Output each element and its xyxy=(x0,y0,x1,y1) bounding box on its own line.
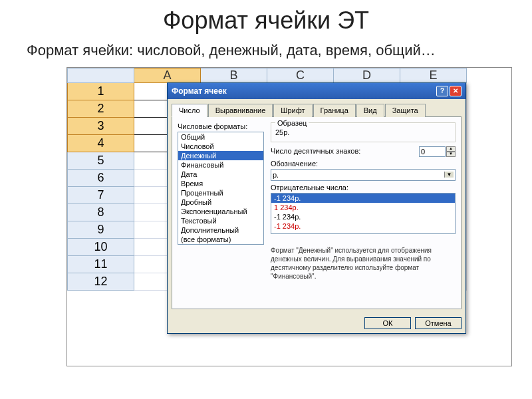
tab-font[interactable]: Шрифт xyxy=(273,104,312,117)
row-header[interactable]: 6 xyxy=(68,169,134,186)
list-item[interactable]: 1 234р. xyxy=(271,203,455,212)
row-header[interactable]: 4 xyxy=(68,134,134,152)
row-header[interactable]: 11 xyxy=(68,255,134,273)
ok-button[interactable]: ОК xyxy=(364,317,411,329)
list-item[interactable]: Экспоненциальный xyxy=(178,207,263,216)
list-item[interactable]: Общий xyxy=(178,132,263,142)
list-item[interactable]: Дата xyxy=(178,170,263,179)
list-item[interactable]: -1 234р. xyxy=(271,194,455,203)
list-item[interactable]: -1 234р. xyxy=(271,212,455,221)
col-header-d[interactable]: D xyxy=(334,68,400,82)
row-header[interactable]: 1 xyxy=(68,82,134,100)
col-header-c[interactable]: C xyxy=(267,68,334,82)
decimals-spinner[interactable]: ▲ ▼ xyxy=(419,146,456,157)
symbol-dropdown[interactable]: р. ▼ xyxy=(271,169,456,181)
cancel-button[interactable]: Отмена xyxy=(415,317,462,329)
row-header[interactable]: 2 xyxy=(68,100,134,117)
slide-subtitle: Формат ячейки: числовой, денежный, дата,… xyxy=(20,41,512,61)
list-item[interactable]: Дробный xyxy=(178,198,263,207)
list-item[interactable]: Время xyxy=(178,179,263,188)
row-header[interactable]: 8 xyxy=(68,203,134,221)
list-item[interactable]: Денежный xyxy=(178,151,263,160)
dialog-title: Формат ячеек xyxy=(172,86,435,96)
close-icon[interactable]: ✕ xyxy=(450,86,462,96)
tab-fill[interactable]: Вид xyxy=(356,104,384,117)
list-item[interactable]: -1 234р. xyxy=(271,221,455,231)
symbol-value: р. xyxy=(273,171,444,179)
format-cells-dialog: Формат ячеек ? ✕ Число Выравнивание Шриф… xyxy=(167,82,466,334)
slide-title: Формат ячейки ЭТ xyxy=(20,7,512,35)
decimals-label: Число десятичных знаков: xyxy=(271,147,419,155)
sample-label: Образец xyxy=(275,119,309,127)
format-description: Формат "Денежный" используется для отобр… xyxy=(271,246,456,281)
negative-listbox[interactable]: -1 234р. 1 234р. -1 234р. -1 234р. xyxy=(271,193,456,234)
tab-protection[interactable]: Защита xyxy=(385,104,426,117)
list-item[interactable]: Финансовый xyxy=(178,160,263,170)
decimals-input[interactable] xyxy=(419,146,446,157)
chevron-down-icon[interactable]: ▼ xyxy=(444,172,454,178)
row-header[interactable]: 12 xyxy=(68,273,134,290)
spin-down-icon[interactable]: ▼ xyxy=(446,152,456,157)
column-headers: A B C D E xyxy=(68,68,467,82)
number-formats-listbox[interactable]: Общий Числовой Денежный Финансовый Дата … xyxy=(178,132,264,245)
row-header[interactable]: 3 xyxy=(68,117,134,134)
col-header-a[interactable]: A xyxy=(134,68,201,82)
tab-alignment[interactable]: Выравнивание xyxy=(208,104,273,117)
help-icon[interactable]: ? xyxy=(436,86,448,96)
list-item[interactable]: Числовой xyxy=(178,142,263,151)
select-all-corner[interactable] xyxy=(68,68,134,82)
row-header[interactable]: 10 xyxy=(68,238,134,255)
tab-row: Число Выравнивание Шрифт Граница Вид Защ… xyxy=(172,103,462,116)
list-item[interactable]: Процентный xyxy=(178,188,263,198)
spreadsheet: A B C D E 125р. 230р. 345р. 468р. 5 6 7 … xyxy=(66,67,512,366)
row-header[interactable]: 9 xyxy=(68,221,134,238)
spin-up-icon[interactable]: ▲ xyxy=(446,146,456,152)
tab-border[interactable]: Граница xyxy=(313,104,356,117)
col-header-b[interactable]: B xyxy=(201,68,267,82)
formats-label: Числовые форматы: xyxy=(178,122,264,130)
row-header[interactable]: 7 xyxy=(68,186,134,203)
col-header-e[interactable]: E xyxy=(400,68,467,82)
row-header[interactable]: 5 xyxy=(68,152,134,169)
sample-value: 25р. xyxy=(275,128,451,136)
list-item[interactable]: Текстовый xyxy=(178,216,263,225)
list-item[interactable]: Дополнительный xyxy=(178,225,263,235)
dialog-titlebar[interactable]: Формат ячеек ? ✕ xyxy=(168,83,466,99)
tab-number[interactable]: Число xyxy=(172,104,207,117)
sample-group: Образец 25р. xyxy=(271,122,456,142)
tab-panel: Числовые форматы: Общий Числовой Денежны… xyxy=(172,116,462,309)
negative-label: Отрицательные числа: xyxy=(271,184,456,192)
list-item[interactable]: (все форматы) xyxy=(178,235,263,244)
symbol-label: Обозначение: xyxy=(271,160,456,168)
